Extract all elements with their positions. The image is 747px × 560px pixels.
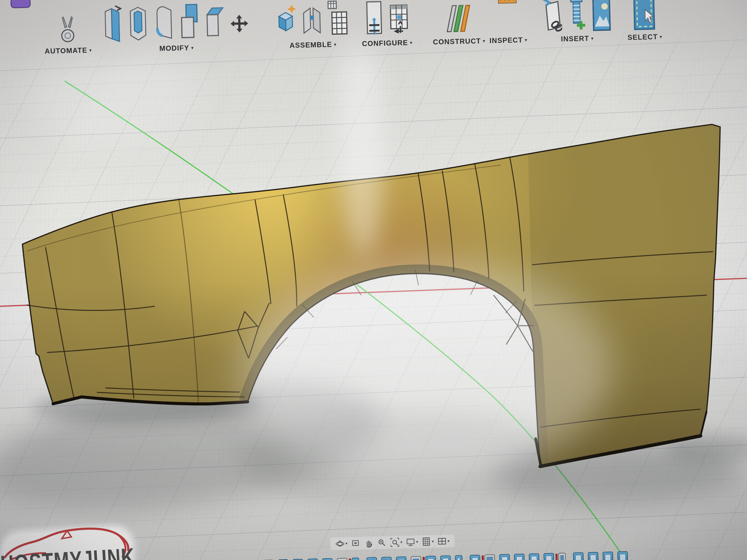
timeline-error-marker[interactable]: [349, 559, 351, 560]
chevron-down-icon: ▾: [432, 539, 434, 544]
toolbar-label-insert: INSERT: [561, 34, 589, 43]
insert-derive-icon[interactable]: [542, 0, 562, 33]
toolbar-label-automate: AUTOMATE: [45, 46, 87, 55]
timeline-feature[interactable]: [352, 558, 359, 560]
timeline-feature[interactable]: [337, 558, 347, 560]
timeline-feature[interactable]: [396, 557, 407, 560]
pan-button[interactable]: [364, 538, 374, 548]
grid-icon: [421, 537, 431, 546]
timeline-error-marker[interactable]: [422, 557, 425, 560]
look-at-button[interactable]: [351, 538, 361, 548]
chevron-down-icon: ▾: [191, 45, 194, 51]
toolbar-label-configure: CONFIGURE: [362, 39, 408, 48]
timeline-feature[interactable]: [278, 559, 289, 560]
new-component-icon[interactable]: [277, 4, 297, 39]
toolbar-group-assemble[interactable]: ASSEMBLE▾: [277, 0, 348, 50]
zoom-button[interactable]: [377, 538, 387, 548]
grid-and-snaps-button[interactable]: ▾: [421, 537, 434, 546]
orbit-button[interactable]: ▾: [335, 539, 347, 549]
toolbar-group-inspect[interactable]: INSPECT▾: [488, 0, 527, 45]
display-settings-icon: [406, 537, 416, 547]
timeline-feature[interactable]: [603, 552, 613, 560]
toolbar-label-assemble: ASSEMBLE: [289, 41, 332, 50]
rigid-group-icon[interactable]: [327, 0, 348, 38]
chevron-down-icon: ▾: [410, 40, 412, 45]
joint-icon[interactable]: [302, 4, 321, 39]
timeline-feature[interactable]: [485, 555, 495, 560]
timeline-feature[interactable]: [499, 554, 510, 560]
configuration-table-icon[interactable]: [389, 3, 409, 37]
fit-icon: [390, 537, 400, 547]
chevron-down-icon: ▾: [89, 48, 92, 53]
display-settings-button[interactable]: ▾: [406, 537, 418, 547]
timeline-feature[interactable]: [455, 555, 463, 560]
timeline-feature[interactable]: [440, 555, 451, 560]
chevron-down-icon: ▾: [334, 42, 336, 47]
toolbar-label-select: SELECT: [627, 33, 658, 42]
screen: AUTOMATE▾: [0, 0, 747, 560]
pan-hand-icon: [364, 538, 374, 548]
press-pull-icon[interactable]: [103, 5, 122, 44]
timeline-feature[interactable]: [559, 553, 566, 560]
timeline-feature[interactable]: [292, 559, 303, 560]
medal-icon[interactable]: [60, 16, 75, 45]
toolbar-group-select[interactable]: SELECT▾: [626, 0, 662, 42]
timeline-feature[interactable]: [470, 555, 481, 560]
timeline-feature[interactable]: [426, 556, 436, 560]
configure-icon[interactable]: [365, 1, 384, 37]
chevron-down-icon: ▾: [447, 539, 449, 543]
chevron-down-icon: ▾: [660, 34, 662, 39]
chevron-down-icon: ▾: [525, 37, 527, 43]
select-window-icon[interactable]: [633, 0, 655, 31]
timeline-feature[interactable]: [617, 551, 628, 560]
timeline-feature[interactable]: [322, 558, 333, 560]
toolbar-group-automate[interactable]: AUTOMATE▾: [44, 2, 92, 55]
insert-fastener-icon[interactable]: [568, 0, 586, 33]
timeline-error-marker[interactable]: [556, 554, 558, 560]
timeline-feature[interactable]: [366, 557, 377, 560]
viewport-background[interactable]: [0, 0, 747, 560]
timeline-feature[interactable]: [514, 554, 525, 560]
canvas-icon[interactable]: [592, 0, 611, 32]
timeline-feature[interactable]: [588, 552, 599, 560]
timeline-error-marker[interactable]: [482, 555, 484, 560]
toolbar-label-construct: CONSTRUCT: [433, 37, 481, 46]
toolbar-label-inspect: INSPECT: [489, 36, 523, 45]
timeline-feature[interactable]: [307, 559, 318, 560]
toolbar-group-configure[interactable]: CONFIGURE▾: [361, 0, 412, 48]
toolbar-group-insert[interactable]: INSERT▾: [542, 0, 611, 44]
3d-viewport[interactable]: [0, 0, 747, 560]
offset-face-icon[interactable]: [205, 1, 224, 41]
chevron-down-icon: ▾: [483, 38, 485, 44]
screen-content: AUTOMATE▾: [0, 0, 747, 560]
timeline-feature[interactable]: [544, 553, 554, 560]
orbit-icon: [335, 539, 345, 549]
look-at-icon: [351, 538, 361, 548]
chevron-down-icon: ▾: [591, 36, 593, 41]
toolbar-group-construct[interactable]: CONSTRUCT▾: [432, 0, 485, 46]
timeline-feature[interactable]: [573, 552, 584, 560]
viewports-icon: [437, 536, 447, 546]
shell-icon[interactable]: [128, 4, 148, 43]
timeline-feature[interactable]: [529, 553, 540, 560]
fillet-icon[interactable]: [154, 3, 174, 43]
fit-button[interactable]: ▾: [390, 537, 403, 547]
timeline-feature[interactable]: [381, 557, 392, 560]
move-icon[interactable]: [230, 8, 249, 39]
purple-box-icon[interactable]: [8, 0, 31, 9]
toolbar-group-modify[interactable]: MODIFY▾: [103, 0, 249, 54]
chevron-down-icon: ▾: [416, 539, 418, 544]
measure-icon[interactable]: [498, 0, 517, 4]
zoom-icon: [377, 538, 387, 548]
viewports-button[interactable]: ▾: [437, 536, 449, 546]
chevron-down-icon: ▾: [401, 540, 403, 544]
chevron-down-icon: ▾: [345, 541, 347, 546]
construct-plane-icon[interactable]: [445, 1, 471, 35]
combine-icon[interactable]: [179, 1, 200, 42]
timeline-feature[interactable]: [411, 556, 421, 560]
toolbar-label-modify: MODIFY: [159, 44, 189, 53]
